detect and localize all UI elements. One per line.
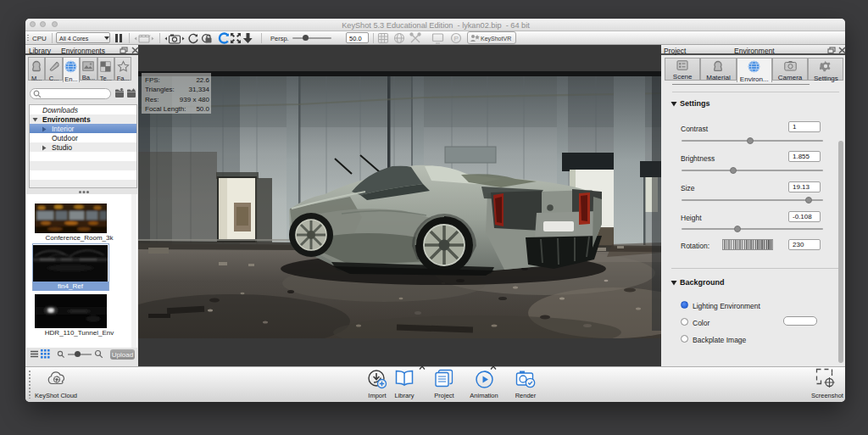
- svg-text:P: P: [454, 35, 459, 42]
